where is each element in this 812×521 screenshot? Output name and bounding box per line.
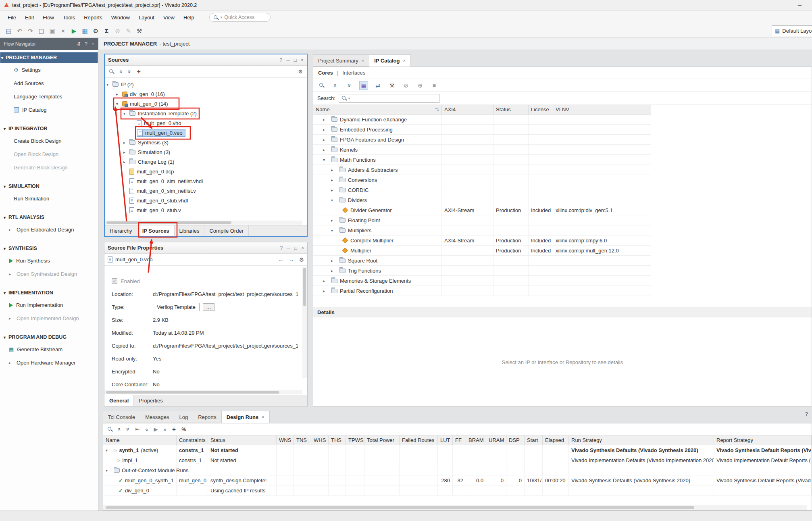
- menu-help[interactable]: Help: [179, 10, 199, 24]
- tree-item-sim-netlist-vhdl[interactable]: mult_gen_0_sim_netlist.vhdl: [105, 176, 307, 186]
- sidebar-section-implementation[interactable]: ▾ IMPLEMENTATION: [0, 287, 98, 298]
- sidebar-section-rtl-analysis[interactable]: ▾ RTL ANALYSIS: [0, 212, 98, 223]
- sidebar-item-run-simulation[interactable]: Run Simulation: [0, 192, 98, 205]
- search-icon[interactable]: [107, 427, 112, 432]
- layout-selector[interactable]: ▦ Default Layout: [772, 25, 812, 36]
- chevron-down-icon[interactable]: ▾: [106, 468, 112, 473]
- sidebar-section-project-manager[interactable]: ▾ PROJECT MANAGER: [0, 52, 98, 63]
- add-sources-icon[interactable]: +: [137, 68, 140, 75]
- column-constraints[interactable]: Constraints: [177, 436, 208, 445]
- search-icon[interactable]: [109, 69, 114, 74]
- type-combobox[interactable]: Verilog Template: [153, 303, 200, 311]
- chevron-down-icon[interactable]: ▾: [116, 102, 122, 106]
- tree-item-stub-v[interactable]: mult_gen_0_stub.v: [105, 205, 307, 215]
- column-ths[interactable]: THS: [329, 436, 346, 445]
- sidebar-item-ip-catalog[interactable]: IP Catalog: [0, 103, 98, 117]
- tab-ip-sources[interactable]: IP Sources: [137, 225, 175, 236]
- chevron-right-icon[interactable]: ▸: [116, 92, 122, 96]
- chevron-right-icon[interactable]: ▸: [331, 218, 337, 223]
- scrollbar-thumb[interactable]: [106, 506, 694, 509]
- chevron-right-icon[interactable]: ▸: [323, 117, 329, 122]
- chevron-right-icon[interactable]: ▸: [331, 188, 337, 192]
- column-ff[interactable]: FF: [453, 436, 466, 445]
- column-name[interactable]: Name: [103, 436, 177, 445]
- tab-messages[interactable]: Messages: [140, 411, 174, 423]
- column-whs[interactable]: WHS: [311, 436, 329, 445]
- close-icon[interactable]: ×: [362, 58, 364, 63]
- sidebar-item-create-block-design[interactable]: Create Block Design: [0, 134, 98, 148]
- tab-tcl-console[interactable]: Tcl Console: [103, 411, 140, 423]
- sidebar-item-open-block-design[interactable]: Open Block Design: [0, 148, 98, 161]
- column-bram[interactable]: BRAM: [466, 436, 486, 445]
- table-row[interactable]: ▾Math Functions: [313, 155, 651, 165]
- tree-item-mult-gen-0-vho[interactable]: mult_gen_0.vho: [105, 118, 307, 128]
- collapse-panel-icon[interactable]: ⇵: [77, 41, 81, 47]
- chevron-right-icon[interactable]: ▸: [123, 160, 129, 164]
- column-failed-routes[interactable]: Failed Routes: [400, 436, 438, 445]
- undo-button[interactable]: ↶: [14, 26, 25, 36]
- table-row[interactable]: ▸Memories & Storage Elements: [313, 276, 651, 286]
- menu-flow[interactable]: Flow: [38, 10, 58, 24]
- table-row[interactable]: ▾Multipliers: [313, 225, 651, 235]
- step-forward-icon[interactable]: »: [164, 426, 167, 432]
- scrollbar-thumb[interactable]: [303, 268, 306, 306]
- help-icon[interactable]: ?: [85, 41, 87, 47]
- redo-button[interactable]: ↷: [25, 26, 36, 36]
- table-row-complex-multiplier[interactable]: Complex Multiplier AXI4-Stream Productio…: [313, 235, 651, 246]
- float-icon[interactable]: □: [294, 57, 297, 63]
- chevron-down-icon[interactable]: ▾: [331, 198, 337, 202]
- column-wns[interactable]: WNS: [277, 436, 294, 445]
- table-row[interactable]: ▸FPGA Features and Design: [313, 135, 651, 145]
- chevron-down-icon[interactable]: ▾: [106, 82, 112, 87]
- help-icon[interactable]: ?: [280, 57, 283, 63]
- minimize-icon[interactable]: ─: [287, 245, 290, 251]
- open-report-button[interactable]: ▢: [36, 26, 47, 36]
- tab-properties[interactable]: Properties: [134, 395, 168, 406]
- chevron-down-icon[interactable]: ▾: [106, 448, 112, 452]
- tools-wrench-button[interactable]: ⚒: [134, 26, 145, 36]
- tab-general[interactable]: General: [104, 395, 134, 406]
- menu-window[interactable]: Window: [107, 10, 134, 24]
- column-license[interactable]: License: [529, 105, 553, 114]
- percent-icon[interactable]: %: [181, 426, 186, 432]
- chevron-right-icon[interactable]: ▸: [331, 168, 337, 172]
- step-back-icon[interactable]: «: [145, 426, 148, 432]
- expand-all-icon[interactable]: »: [127, 70, 133, 73]
- column-lut[interactable]: LUT: [438, 436, 453, 445]
- create-run-icon[interactable]: +: [172, 426, 176, 433]
- chevron-right-icon[interactable]: ▸: [331, 178, 337, 182]
- column-total-power[interactable]: Total Power: [364, 436, 400, 445]
- sidebar-item-open-synthesized-design[interactable]: ▸ Open Synthesized Design: [0, 267, 98, 281]
- menu-layout[interactable]: Layout: [134, 10, 159, 24]
- sidebar-section-simulation[interactable]: ▾ SIMULATION: [0, 181, 98, 192]
- sidebar-item-generate-block-design[interactable]: Generate Block Design: [0, 161, 98, 174]
- menu-reports[interactable]: Reports: [79, 10, 107, 24]
- expand-all-icon[interactable]: »: [125, 428, 131, 431]
- tab-libraries[interactable]: Libraries: [175, 225, 205, 236]
- column-status[interactable]: Status: [493, 105, 529, 114]
- table-row[interactable]: ▸Embedded Processing: [313, 125, 651, 135]
- menu-view[interactable]: View: [159, 10, 179, 24]
- gear-icon[interactable]: ⚙: [298, 69, 303, 75]
- table-row[interactable]: ▸Kernels: [313, 145, 651, 155]
- close-icon[interactable]: ×: [301, 57, 304, 63]
- sidebar-item-run-synthesis[interactable]: Run Synthesis: [0, 254, 98, 267]
- chevron-down-icon[interactable]: ▾: [123, 111, 129, 116]
- table-row[interactable]: ▸CORDIC: [313, 185, 651, 195]
- sidebar-item-settings[interactable]: ⚙ Settings: [0, 63, 98, 77]
- tab-project-summary[interactable]: Project Summary ×: [313, 54, 369, 67]
- column-run-strategy[interactable]: Run Strategy: [569, 436, 714, 445]
- float-icon[interactable]: □: [294, 245, 297, 251]
- shuffle-icon[interactable]: ⇄: [373, 81, 382, 90]
- tree-item-change-log[interactable]: ▸ Change Log (1): [105, 157, 307, 167]
- table-row[interactable]: ▸Dynamic Function eXchange: [313, 115, 651, 125]
- chevron-right-icon[interactable]: ▸: [323, 127, 329, 132]
- chevron-right-icon[interactable]: ▸: [323, 289, 329, 293]
- tree-item-sim-netlist-v[interactable]: mult_gen_0_sim_netlist.v: [105, 186, 307, 196]
- save-button[interactable]: ▤: [3, 26, 14, 36]
- chevron-down-icon[interactable]: ▾: [323, 158, 329, 162]
- sidebar-item-generate-bitstream[interactable]: ▦ Generate Bitstream: [0, 343, 98, 356]
- settings-gear-button[interactable]: ⚙: [90, 26, 101, 36]
- tree-item-stub-vhdl[interactable]: mult_gen_0_stub.vhdl: [105, 196, 307, 205]
- menu-file[interactable]: File: [3, 10, 21, 24]
